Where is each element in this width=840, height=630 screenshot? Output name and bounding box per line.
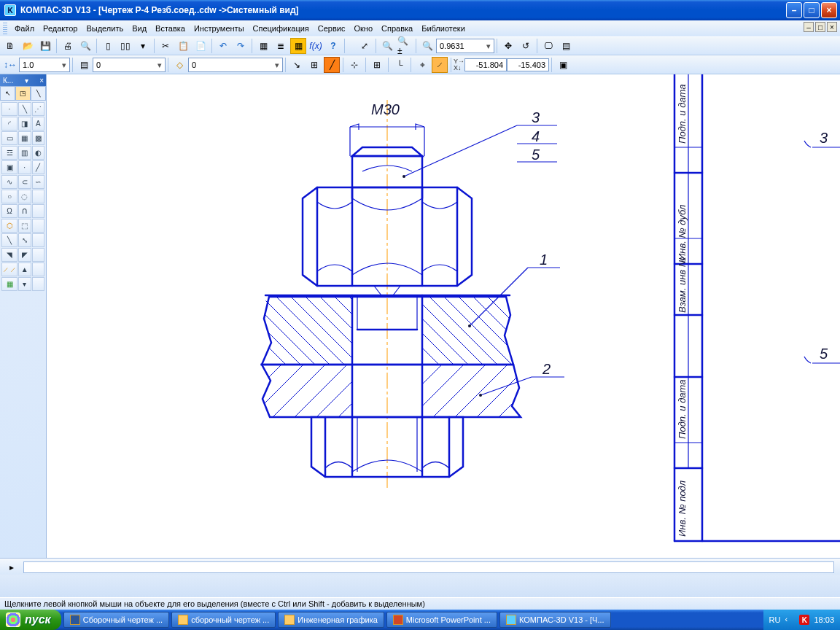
redraw-icon[interactable]: 🖵 — [540, 38, 556, 54]
taskbar-item[interactable]: сборочный чертеж ... — [171, 612, 276, 628]
tool-r2-icon[interactable]: ▦ — [18, 131, 31, 145]
mdi-controls[interactable]: –□× — [804, 22, 837, 32]
ortho-icon[interactable]: ╱ — [324, 57, 340, 73]
taskbar-item[interactable]: Инженерная графика — [278, 612, 384, 628]
windows-icon[interactable]: ▤ — [558, 38, 574, 54]
tool-aux-icon[interactable]: ⋰ — [32, 102, 45, 116]
clock[interactable]: 18:03 — [814, 615, 834, 624]
cut2-icon[interactable]: ✂ — [158, 38, 174, 54]
tool-s4-icon[interactable]: ∿ — [1, 175, 18, 189]
tool-m3-icon[interactable]: ◥ — [1, 248, 18, 262]
snap2-icon[interactable]: ⊞ — [306, 57, 322, 73]
tool-s5-icon[interactable]: ⊂ — [18, 175, 31, 189]
close-button[interactable]: × — [821, 2, 837, 18]
tool-m4-icon[interactable]: ◤ — [18, 248, 31, 262]
zoom-window-icon[interactable]: 🔍 — [379, 38, 395, 54]
lcs-icon[interactable]: └ — [392, 57, 408, 73]
tool-s1-icon[interactable]: ▣ — [1, 160, 18, 174]
save-icon[interactable]: 💾 — [37, 38, 53, 54]
tool-dim-icon[interactable]: ◨ — [18, 117, 31, 131]
tool-m2-icon[interactable]: ⤡ — [18, 233, 31, 247]
start-button[interactable]: пуск — [0, 610, 61, 630]
drawing-canvas[interactable]: Подп. и дата Инв. № дубл Взам. инв № Под… — [47, 74, 840, 558]
minimize-button[interactable]: – — [786, 2, 802, 18]
layers-icon[interactable]: ≣ — [273, 38, 289, 54]
tool-g2-icon[interactable]: ▾ — [18, 277, 31, 291]
tool-p2-icon[interactable]: ⬚ — [18, 219, 31, 233]
zoom-fit-icon[interactable]: ⤢ — [357, 38, 373, 54]
tool-h2-icon[interactable]: ▲ — [18, 262, 31, 276]
paste-icon[interactable]: 📄 — [192, 38, 209, 54]
properties-icon[interactable]: ▦ — [255, 38, 271, 54]
snap-point-icon[interactable]: ⌖ — [414, 57, 430, 73]
tool-c2-icon[interactable]: ◌ — [18, 190, 31, 203]
coord-icon[interactable]: ⊹ — [346, 57, 362, 73]
style-icon[interactable]: ↕↔ — [2, 57, 18, 73]
state-combo[interactable]: 0▾ — [93, 58, 166, 72]
language-indicator[interactable]: RU — [769, 615, 781, 624]
open-icon[interactable]: 📂 — [20, 38, 36, 54]
copy-doc-icon[interactable]: ▯▯ — [117, 38, 133, 54]
cut-icon[interactable]: ▯ — [100, 38, 116, 54]
preview-icon[interactable]: 🔍 — [77, 38, 93, 54]
end-snap-icon[interactable]: ⟋ — [432, 57, 448, 73]
spec-icon[interactable]: ▦ — [290, 38, 306, 54]
linewidth-combo[interactable]: 1.0▾ — [19, 58, 70, 72]
tool-m1-icon[interactable]: ╲ — [1, 233, 18, 247]
copy-icon[interactable]: 📋 — [175, 38, 191, 54]
undo-icon[interactable]: ↶ — [215, 38, 231, 54]
tool-r4-icon[interactable]: ☲ — [1, 146, 18, 160]
palette-tab-1[interactable]: ↖ — [0, 86, 15, 101]
pan-icon[interactable]: ✥ — [500, 38, 516, 54]
tool-point-icon[interactable]: · — [1, 102, 18, 116]
help-icon[interactable]: ? — [325, 38, 341, 54]
tool-g1-icon[interactable]: ▦ — [1, 277, 18, 291]
layer-combo[interactable]: 0▾ — [188, 58, 283, 72]
tool-p1-icon[interactable]: ⬡ — [1, 219, 18, 233]
menu-view[interactable]: Вид — [128, 23, 151, 34]
redo-icon[interactable]: ↷ — [233, 38, 249, 54]
tool-r5-icon[interactable]: ▥ — [18, 146, 31, 160]
tool-c1-icon[interactable]: ○ — [1, 190, 18, 203]
menu-select[interactable]: Выделить — [82, 23, 128, 34]
tool-s6-icon[interactable]: ∽ — [32, 175, 45, 189]
palette-tab-2[interactable]: ◳ — [15, 86, 31, 101]
tool-h1-icon[interactable]: ⟋⟋ — [1, 262, 18, 276]
zoom-dynamic-icon[interactable]: 🔍± — [397, 38, 413, 54]
tool-s3-icon[interactable]: ╱ — [32, 160, 45, 174]
tool-r1-icon[interactable]: ▭ — [1, 131, 18, 145]
prop-icon[interactable]: ▸ — [4, 559, 20, 575]
tool-arc-icon[interactable]: ◜ — [1, 117, 18, 131]
menu-file[interactable]: Файл — [10, 23, 39, 34]
menu-service[interactable]: Сервис — [314, 23, 350, 34]
menu-window[interactable]: Окно — [349, 23, 377, 34]
dropdown-icon[interactable]: ▾ — [135, 38, 151, 54]
taskbar-item[interactable]: КОМПАС-3D V13 - [Ч... — [499, 612, 611, 628]
tool-r6-icon[interactable]: ◐ — [32, 146, 45, 160]
tool-r3-icon[interactable]: ▩ — [32, 131, 45, 145]
measurement-icon[interactable]: ▣ — [555, 57, 571, 73]
tool-text-icon[interactable]: A — [32, 117, 45, 131]
menu-tools[interactable]: Инструменты — [190, 23, 249, 34]
grid-icon[interactable]: ⊞ — [369, 57, 385, 73]
menu-insert[interactable]: Вставка — [151, 23, 190, 34]
linestyle-icon[interactable]: ▤ — [76, 57, 92, 73]
maximize-button[interactable]: □ — [804, 2, 820, 18]
palette-tab-3[interactable]: ╲ — [31, 86, 46, 101]
zoom-scale-icon[interactable]: 🔍 — [419, 38, 435, 54]
system-tray[interactable]: RU ‹ K 18:03 — [763, 610, 840, 630]
snap1-icon[interactable]: ↘ — [289, 57, 305, 73]
taskbar-item[interactable]: Сборочный чертеж ... — [63, 612, 169, 628]
zoom-combo[interactable]: 0.9631▾ — [436, 39, 494, 53]
menu-edit[interactable]: Редактор — [39, 23, 82, 34]
menu-libs[interactable]: Библиотеки — [417, 23, 470, 34]
tool-s2-icon[interactable]: · — [18, 160, 31, 174]
new-icon[interactable]: 🗎 — [2, 38, 18, 54]
print-icon[interactable]: 🖨 — [60, 38, 76, 54]
variables-icon[interactable]: f(x) — [308, 38, 324, 54]
tool-line-icon[interactable]: ╲ — [18, 102, 31, 116]
taskbar-item[interactable]: Microsoft PowerPoint ... — [386, 612, 497, 628]
menu-spec[interactable]: Спецификация — [249, 23, 314, 34]
prev-view-icon[interactable]: ↺ — [518, 38, 534, 54]
tool-c4-icon[interactable]: ᑎ — [18, 204, 31, 218]
